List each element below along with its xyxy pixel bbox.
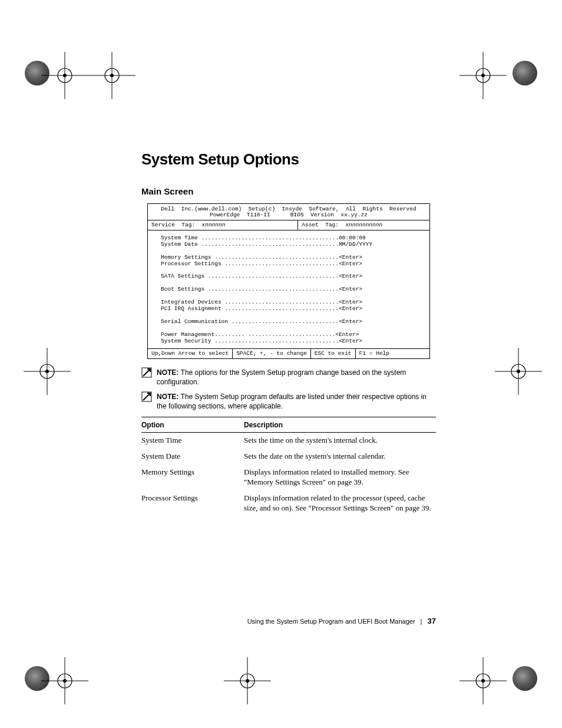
- note-icon: [141, 367, 152, 378]
- footer-separator: |: [421, 618, 422, 625]
- options-table: Option Description System Time Sets the …: [141, 417, 436, 516]
- registration-mark: [459, 52, 507, 99]
- print-mark-globe: [513, 61, 537, 85]
- option-name: Processor Settings: [141, 490, 244, 516]
- page-content: System Setup Options Main Screen Dell In…: [141, 150, 436, 516]
- registration-mark: [41, 52, 88, 99]
- note-body: The options for the System Setup program…: [157, 368, 406, 386]
- bios-hint-help: F1 = Help: [356, 349, 393, 358]
- page-number: 37: [428, 617, 436, 625]
- table-row: System Time Sets the time on the system'…: [141, 433, 436, 449]
- option-name: Memory Settings: [141, 465, 244, 490]
- option-desc: Displays information related to installe…: [244, 465, 436, 490]
- bios-hint-exit: ESC to exit: [311, 349, 356, 358]
- registration-mark: [41, 657, 88, 704]
- note-text: NOTE: The options for the System Setup p…: [157, 367, 436, 387]
- registration-mark: [224, 657, 271, 704]
- bios-tag-row: Service Tag: xnnnnnn Asset Tag: xnnnnnnn…: [148, 220, 429, 230]
- service-tag-label: Service Tag:: [151, 222, 202, 228]
- table-row: System Date Sets the date on the system'…: [141, 449, 436, 465]
- note-label: NOTE:: [157, 368, 178, 377]
- bios-main-screen: Dell Inc.(www.dell.com) Setup(c) Insyde …: [147, 203, 430, 359]
- bios-header-line2: PowerEdge T110-II BIOS Version xx.yy.zz: [210, 212, 368, 218]
- table-row: Processor Settings Displays information …: [141, 490, 436, 516]
- note-block: NOTE: The System Setup program defaults …: [141, 391, 436, 411]
- option-desc: Sets the time on the system's internal c…: [244, 433, 436, 449]
- bios-hint-change: SPACE, +, - to change: [233, 349, 311, 358]
- registration-mark: [24, 348, 71, 395]
- registration-mark: [88, 52, 135, 99]
- asset-tag-cell: Asset Tag: xnnnnnnnnnn: [298, 220, 429, 230]
- bios-footer: Up,Down Arrow to select SPACE, +, - to c…: [148, 349, 429, 358]
- option-name: System Date: [141, 449, 244, 465]
- bios-menu-body: System Time ............................…: [148, 230, 429, 349]
- note-text: NOTE: The System Setup program defaults …: [157, 391, 436, 411]
- page-title: System Setup Options: [141, 150, 436, 169]
- page-footer: Using the System Setup Program and UEFI …: [141, 617, 436, 625]
- asset-tag-label: Asset Tag:: [302, 222, 345, 228]
- registration-mark: [459, 657, 507, 704]
- note-icon: [141, 391, 152, 402]
- col-description: Description: [244, 417, 436, 433]
- service-tag-cell: Service Tag: xnnnnnn: [148, 220, 298, 230]
- footer-chapter: Using the System Setup Program and UEFI …: [247, 618, 415, 625]
- bios-hint-nav: Up,Down Arrow to select: [148, 349, 233, 358]
- note-block: NOTE: The options for the System Setup p…: [141, 367, 436, 387]
- col-option: Option: [141, 417, 244, 433]
- registration-mark: [495, 348, 542, 395]
- bios-header: Dell Inc.(www.dell.com) Setup(c) Insyde …: [148, 204, 429, 220]
- option-name: System Time: [141, 433, 244, 449]
- option-desc: Sets the date on the system's internal c…: [244, 449, 436, 465]
- note-body: The System Setup program defaults are li…: [157, 393, 427, 410]
- note-label: NOTE:: [157, 393, 178, 401]
- print-mark-globe: [513, 666, 537, 691]
- asset-tag-value: xnnnnnnnnnn: [345, 222, 382, 228]
- service-tag-value: xnnnnnn: [202, 222, 226, 228]
- option-desc: Displays information related to the proc…: [244, 490, 436, 516]
- table-row: Memory Settings Displays information rel…: [141, 465, 436, 490]
- section-title: Main Screen: [141, 186, 436, 196]
